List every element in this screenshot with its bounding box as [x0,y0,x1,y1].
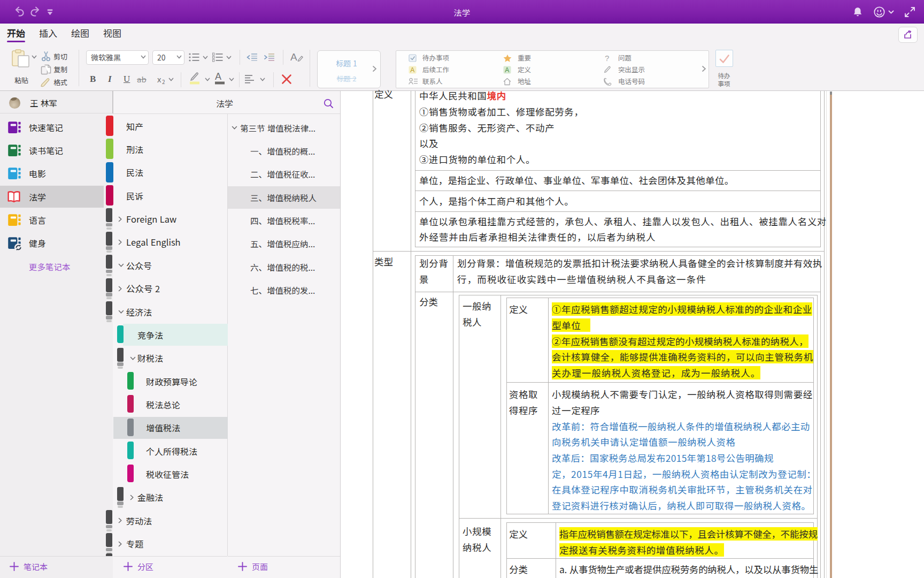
svg-text:A: A [505,66,509,74]
svg-text:A: A [290,51,297,63]
svg-text:?: ? [605,54,609,62]
svg-text:A: A [215,71,221,82]
svg-text:A: A [410,66,414,74]
